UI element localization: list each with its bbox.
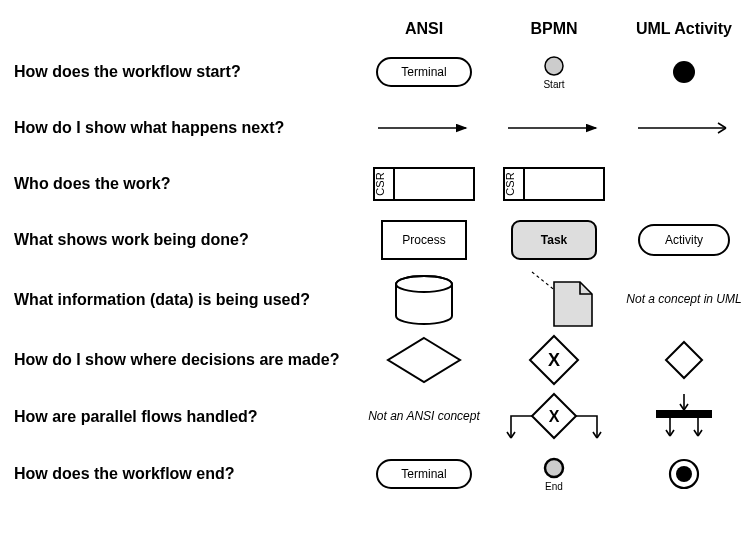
terminal-label: Terminal — [401, 65, 446, 79]
uml-arrow — [624, 100, 744, 156]
swimlane-icon: CSR — [502, 166, 606, 202]
ansi-end-terminal: Terminal — [364, 446, 484, 502]
csr-label: CSR — [374, 172, 386, 195]
bpmn-data-object — [494, 268, 614, 332]
question-data: What information (data) is being used? — [14, 280, 354, 320]
bullseye-icon — [667, 457, 701, 491]
svg-rect-6 — [374, 168, 474, 200]
bpmn-gateway-exclusive: X — [494, 332, 614, 388]
col-header-bpmn: BPMN — [494, 20, 614, 44]
question-who: Who does the work? — [14, 164, 354, 204]
question-work: What shows work being done? — [14, 220, 354, 260]
activity-shape-icon: Activity — [636, 222, 732, 258]
uml-who-empty — [624, 156, 744, 212]
ansi-process: Process — [364, 212, 484, 268]
uml-data-note: Not a concept in UML — [624, 272, 744, 328]
question-parallel: How are parallel flows handled? — [14, 397, 354, 437]
uml-initial-node — [624, 44, 744, 100]
gateway-x-icon: X — [526, 332, 582, 388]
task-label: Task — [541, 233, 568, 247]
svg-point-26 — [545, 459, 563, 477]
col-header-uml: UML Activity — [624, 20, 744, 44]
task-box-icon: Task — [509, 218, 599, 262]
document-icon — [514, 268, 594, 332]
question-next: How do I show what happens next? — [14, 108, 354, 148]
svg-rect-8 — [504, 168, 604, 200]
arrow-solid-icon — [504, 118, 604, 138]
arrow-open-icon — [634, 118, 734, 138]
start-circle-icon — [542, 54, 566, 78]
ansi-start-terminal: Terminal — [364, 44, 484, 100]
not-ansi-note: Not an ANSI concept — [368, 410, 480, 423]
bpmn-end-event: End — [494, 446, 614, 502]
csr-label: CSR — [504, 172, 516, 195]
activity-label: Activity — [665, 233, 703, 247]
diamond-icon — [384, 334, 464, 386]
ansi-arrow — [364, 100, 484, 156]
terminal-shape-icon: Terminal — [374, 457, 474, 491]
bpmn-swimlane: CSR — [494, 156, 614, 212]
uml-decision-diamond — [624, 332, 744, 388]
svg-point-1 — [545, 57, 563, 75]
svg-marker-15 — [388, 338, 460, 382]
not-uml-note: Not a concept in UML — [626, 293, 741, 306]
process-box-icon: Process — [379, 218, 469, 262]
end-caption: End — [545, 481, 563, 492]
start-caption: Start — [543, 79, 564, 90]
ansi-decision — [364, 332, 484, 388]
svg-rect-22 — [656, 410, 712, 418]
solid-circle-icon — [670, 58, 698, 86]
svg-point-2 — [673, 61, 695, 83]
question-decision: How do I show where decisions are made? — [14, 340, 354, 380]
arrow-solid-icon — [374, 118, 474, 138]
notation-comparison-table: ANSI BPMN UML Activity How does the work… — [14, 20, 733, 502]
ansi-parallel-note: Not an ANSI concept — [364, 389, 484, 445]
terminal-shape-icon: Terminal — [374, 55, 474, 89]
uml-fork-join — [624, 389, 744, 445]
bpmn-parallel-gateway: X — [494, 388, 614, 446]
ansi-swimlane: CSR — [364, 156, 484, 212]
end-circle-icon — [542, 456, 566, 480]
svg-text:X: X — [548, 350, 560, 370]
question-start: How does the workflow start? — [14, 52, 354, 92]
ansi-data-cylinder — [364, 272, 484, 328]
swimlane-icon: CSR — [372, 166, 476, 202]
question-end: How does the workflow end? — [14, 454, 354, 494]
fork-bar-icon — [644, 390, 724, 444]
process-label: Process — [402, 233, 445, 247]
small-diamond-icon — [662, 338, 706, 382]
uml-activity: Activity — [624, 212, 744, 268]
bpmn-task: Task — [494, 212, 614, 268]
svg-point-28 — [676, 466, 692, 482]
col-header-ansi: ANSI — [364, 20, 484, 44]
parallel-gateway-icon: X — [499, 388, 609, 446]
svg-marker-18 — [666, 342, 702, 378]
bpmn-start-event: Start — [494, 44, 614, 100]
bpmn-arrow — [494, 100, 614, 156]
database-cylinder-icon — [389, 272, 459, 328]
svg-text:X: X — [549, 408, 560, 425]
terminal-label: Terminal — [401, 467, 446, 481]
uml-final-node — [624, 446, 744, 502]
